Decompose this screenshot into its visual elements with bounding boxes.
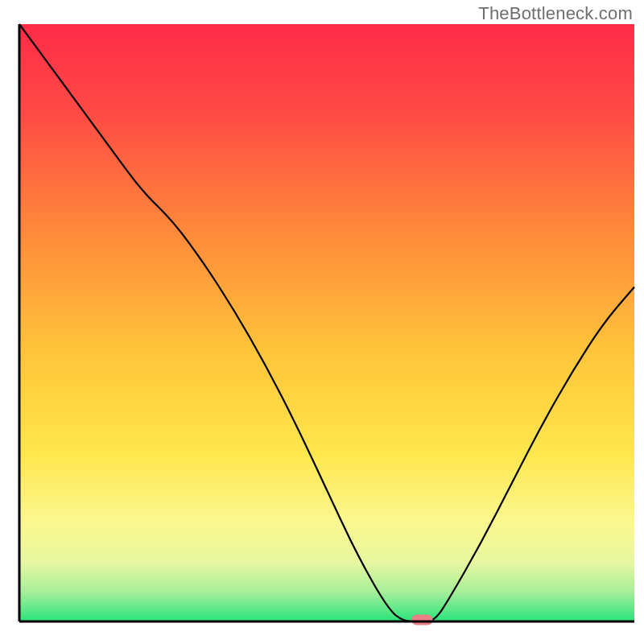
plot-area xyxy=(19,24,634,625)
bottleneck-chart xyxy=(0,0,644,644)
gradient-background xyxy=(19,24,634,621)
min-marker xyxy=(411,615,432,625)
chart-container: TheBottleneck.com xyxy=(0,0,644,644)
